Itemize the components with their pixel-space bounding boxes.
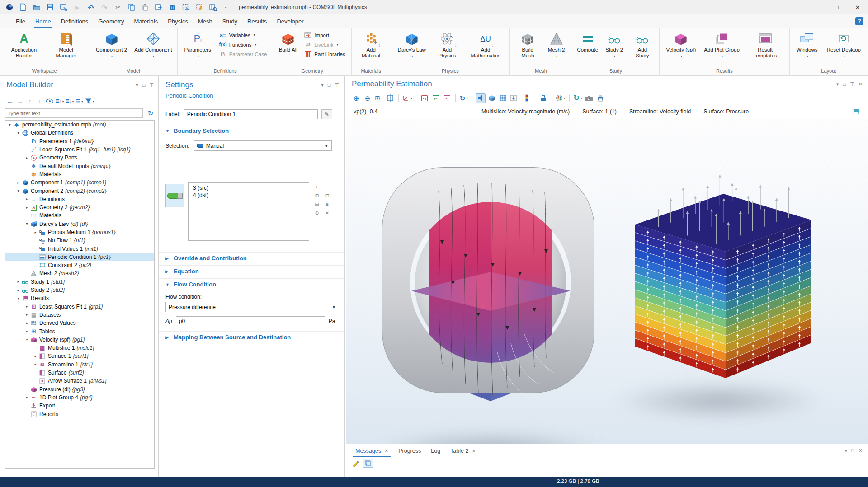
rotate-icon[interactable]: ↻▾	[459, 93, 469, 103]
import-button[interactable]: Import	[302, 30, 347, 40]
dp-input[interactable]	[176, 316, 325, 326]
panel-close-icon[interactable]: ✕	[859, 448, 863, 454]
ribbon-tab-physics[interactable]: Physics	[163, 16, 193, 28]
collapse-all-icon[interactable]: ☰↓▾	[65, 97, 74, 106]
active-toggle-button[interactable]	[165, 184, 184, 207]
tree-item-materials[interactable]: ∷∷Materials	[5, 211, 154, 220]
panel-float-icon[interactable]: □	[142, 82, 146, 88]
tab-table-2[interactable]: Table 2✕	[445, 445, 481, 457]
open-file-button[interactable]	[31, 2, 42, 13]
copy-selection-icon[interactable]: ⊞	[313, 192, 321, 199]
functions-button[interactable]: f(x)Functions▾	[217, 40, 269, 49]
tab-progress[interactable]: Progress	[393, 445, 426, 457]
section-boundary-selection[interactable]: ▼ Boundary Selection	[159, 125, 344, 136]
compute-button[interactable]: Compute	[575, 29, 601, 53]
go-to-default-view-icon[interactable]: ▾	[402, 93, 413, 103]
add-plot-group-button[interactable]: Add Plot Group ▾	[700, 29, 744, 59]
ribbon-tab-developer[interactable]: Developer	[272, 16, 308, 28]
zoom-to-selection-icon[interactable]: ⊕	[313, 209, 321, 216]
flow-condition-dropdown[interactable]: Pressure difference ▼	[165, 302, 339, 312]
add-to-selection-icon[interactable]: −	[323, 183, 331, 191]
save-to-database-button[interactable]	[58, 2, 70, 13]
tree-item-1d-plot-group-4[interactable]: ▸~1D Plot Group 4{pg4}	[5, 393, 154, 402]
copy-button[interactable]	[126, 2, 137, 13]
tree-right-arrow-icon[interactable]: ▸	[24, 304, 30, 309]
paste-button[interactable]	[139, 2, 151, 13]
help-icon[interactable]: ?	[855, 17, 863, 25]
reset-desktop-button[interactable]: Reset Desktop ▾	[822, 29, 865, 59]
close-tab-icon[interactable]: ✕	[472, 448, 476, 454]
tree-item-no-flow-1[interactable]: DNo Flow 1{nf1}	[5, 236, 154, 244]
clear-node-button[interactable]	[193, 2, 205, 13]
plot-canvas[interactable]	[346, 118, 868, 444]
parameter-case-button[interactable]: PiParameter Case	[217, 49, 269, 59]
boundary-selection-list[interactable]: 3 (src)4 (dst)	[188, 182, 309, 241]
component-2-button[interactable]: Component 2 ▾	[91, 29, 132, 59]
ribbon-tab-study[interactable]: Study	[217, 16, 242, 28]
tree-item-global-definitions[interactable]: ▾Global Definitions	[5, 129, 154, 137]
minimize-button[interactable]: —	[806, 0, 826, 14]
tree-item-geometry-parts[interactable]: ▸AGeometry Parts	[5, 154, 154, 162]
copy-log-icon[interactable]	[363, 459, 373, 468]
tree-item-constraint-2[interactable]: Constraint 2{pc2}	[5, 261, 154, 269]
tree-item-porous-medium-1[interactable]: ▸DPorous Medium 1{porous1}	[5, 228, 154, 236]
boundary-item[interactable]: 4 (dst)	[189, 192, 309, 199]
new-file-button[interactable]	[17, 2, 29, 13]
tree-item-mesh-2[interactable]: Mesh 2{mesh2}	[5, 269, 154, 277]
tree-down-arrow-icon[interactable]: ▾	[7, 123, 13, 127]
tree-right-arrow-icon[interactable]: ▸	[24, 395, 30, 399]
part-libraries-button[interactable]: Part Libraries	[302, 49, 347, 59]
move-down-icon[interactable]: ↓	[35, 97, 44, 106]
tree-item-surface[interactable]: Surface{surf2}	[5, 369, 154, 377]
tree-item-materials[interactable]: ⊛Materials	[5, 170, 154, 178]
panel-divider[interactable]	[344, 76, 345, 477]
panel-pin-icon[interactable]: ⊤	[850, 81, 854, 87]
parameters-button[interactable]: PiParameters ▾	[180, 29, 216, 59]
ribbon-tab-results[interactable]: Results	[242, 16, 272, 28]
play-button[interactable]: ▶	[71, 2, 83, 13]
tree-right-arrow-icon[interactable]: ▸	[33, 354, 38, 358]
undo-button[interactable]: ↶▾	[85, 2, 97, 13]
forward-icon[interactable]: →	[15, 97, 24, 106]
tree-right-arrow-icon[interactable]: ▸	[33, 230, 38, 234]
tree-right-arrow-icon[interactable]: ▸	[24, 206, 30, 210]
ribbon-tab-home[interactable]: Home	[30, 16, 56, 28]
velocity-spf--button[interactable]: Velocity (spf) ▾	[662, 29, 700, 59]
filter-funnel-icon[interactable]: ▾	[85, 97, 94, 106]
add-physics-button[interactable]: ↓Add Physics	[430, 29, 464, 59]
view-yz-icon[interactable]: yz	[431, 93, 441, 103]
tree-right-arrow-icon[interactable]: ▸	[24, 197, 30, 201]
update-plot-icon[interactable]: ↻▾	[573, 93, 583, 103]
selection-list-icon[interactable]: ✕	[323, 209, 331, 216]
panel-menu-icon[interactable]: ▾	[845, 448, 848, 454]
build-mesh-button[interactable]: Build Mesh	[512, 29, 543, 59]
ribbon-tab-geometry[interactable]: Geometry	[93, 16, 129, 28]
tree-item-multislice-1[interactable]: ▦Multislice 1{mslc1}	[5, 344, 154, 352]
tree-down-arrow-icon[interactable]: ▾	[24, 222, 30, 226]
add-material-button[interactable]: ↓Add Material	[354, 29, 388, 59]
ribbon-tab-file[interactable]: File	[11, 16, 30, 28]
tree-right-arrow-icon[interactable]: ▸	[24, 321, 30, 325]
model-tree-node-text-icon[interactable]: ☰▾	[75, 97, 84, 106]
tree-item-least-squares-fit-1[interactable]: ▸⊡Least-Squares Fit 1{grp1}	[5, 303, 154, 311]
add-study-button[interactable]: ↓Add Study	[628, 29, 657, 59]
tree-right-arrow-icon[interactable]: ▸	[24, 329, 30, 333]
model-manager-button[interactable]: Model Manager	[46, 29, 86, 59]
redo-button[interactable]: ↷▾	[99, 2, 110, 13]
tree-item-permeability-estimation-mph[interactable]: ▾◆permeability_estimation.mph(root)	[5, 121, 154, 129]
tree-right-arrow-icon[interactable]: ▸	[15, 288, 21, 292]
application-builder-button[interactable]: AApplication Builder	[2, 29, 46, 59]
tree-right-arrow-icon[interactable]: ▸	[15, 181, 21, 185]
tree-down-arrow-icon[interactable]: ▾	[15, 189, 21, 193]
tree-item-initial-values-1[interactable]: DInitial Values 1{init1}	[5, 244, 154, 253]
variables-button[interactable]: a=Variables▾	[217, 30, 269, 40]
tree-item-streamline-1[interactable]: ▸≋Streamline 1{str1}	[5, 361, 154, 369]
tree-item-tables[interactable]: ▸⊞Tables	[5, 327, 154, 335]
tree-down-arrow-icon[interactable]: ▾	[15, 296, 21, 300]
color-bar-icon[interactable]	[522, 93, 532, 103]
panel-close-icon[interactable]: ✕	[859, 81, 863, 87]
clear-log-icon[interactable]	[350, 459, 360, 468]
expand-all-icon[interactable]: ☰↑▾	[55, 97, 64, 106]
add-component-button[interactable]: Add Component ▾	[132, 29, 175, 59]
label-input[interactable]	[184, 109, 318, 119]
